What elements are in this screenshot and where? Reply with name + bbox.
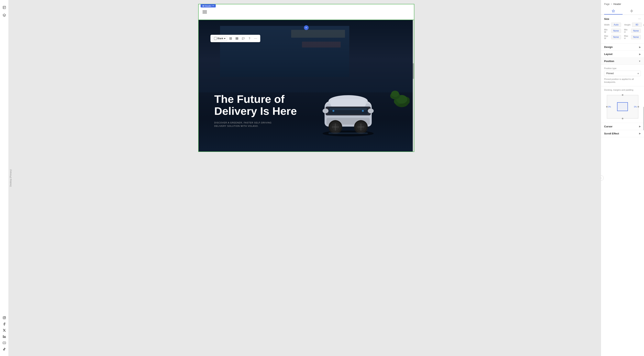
element-type-label: Blank — [218, 37, 224, 40]
canvas-scrollbar[interactable] — [413, 4, 414, 152]
maxh-value[interactable]: None — [631, 35, 641, 39]
header-badge[interactable]: ◀ Header ✏ — [200, 4, 216, 7]
hero-subtitle-line2: DELIVERY SOLUTION WITH VOLASO. — [214, 124, 297, 128]
docking-section: Docking, margins and padding 0% 0% — [601, 86, 644, 123]
size-minw-row: Min W None Min H None — [604, 28, 641, 33]
docking-diagram: 0% 0% — [604, 93, 641, 121]
svg-marker-3 — [3, 14, 6, 16]
maxw-label: Max W — [604, 35, 610, 39]
add-section-btn[interactable]: + — [304, 25, 309, 30]
svg-rect-11 — [231, 37, 232, 38]
sidebar-layers-icon[interactable] — [1, 12, 8, 19]
breadcrumb-separator: > — [611, 3, 612, 5]
layout-btn[interactable] — [234, 36, 240, 41]
cursor-section-row[interactable]: Cursor ▶ — [601, 123, 644, 130]
docking-right-value: 0% — [634, 106, 637, 108]
minw-value[interactable]: None — [611, 29, 621, 33]
help-btn[interactable]: ? — [247, 36, 252, 41]
social-facebook[interactable] — [2, 322, 6, 326]
collapse-panel-btn[interactable]: ‹ — [601, 175, 604, 181]
svg-marker-49 — [630, 10, 633, 12]
height-label: Height — [624, 23, 630, 26]
position-type-select[interactable]: Pinned — [604, 71, 641, 76]
delivery-robot — [315, 83, 382, 138]
svg-marker-9 — [4, 343, 5, 343]
left-sidebar — [0, 0, 9, 356]
svg-rect-14 — [236, 37, 238, 38]
design-section-row[interactable]: Design ▶ — [601, 44, 644, 51]
svg-rect-27 — [330, 99, 366, 107]
social-youtube[interactable] — [2, 341, 6, 345]
social-twitter-x[interactable] — [2, 328, 6, 333]
panel-header: Page > Header — [601, 0, 644, 15]
svg-rect-12 — [230, 39, 230, 39]
svg-rect-15 — [236, 38, 238, 39]
breadcrumb-parent[interactable]: Page — [604, 3, 610, 5]
size-maxw-row: Max W None Max H None — [604, 35, 641, 39]
docking-handle-right[interactable] — [638, 106, 639, 108]
social-tiktok[interactable] — [2, 347, 6, 351]
height-value[interactable]: 80 — [632, 22, 642, 27]
maxw-value[interactable]: None — [611, 35, 621, 39]
right-panel: ‹ Page > Header Size ··· — [601, 0, 644, 356]
position-type-label: Position type — [604, 67, 641, 69]
canvas-area: Desktop (Primary) ◀ Header ✏ + — [9, 0, 601, 356]
svg-rect-4 — [3, 316, 6, 319]
hero-title-line2: Delivery Is Here — [214, 105, 297, 117]
minh-value[interactable]: None — [631, 29, 641, 33]
tab-lightning[interactable] — [622, 8, 641, 14]
chat-btn[interactable] — [240, 36, 246, 41]
cursor-arrow: ▶ — [639, 125, 641, 128]
position-note: Pinned position is applied to all breakp… — [604, 78, 641, 84]
size-header: Size ··· — [604, 17, 641, 21]
docking-handle-bottom[interactable] — [622, 118, 623, 119]
social-instagram[interactable] — [2, 316, 6, 320]
position-select-wrapper: Pinned — [604, 71, 641, 76]
svg-point-5 — [4, 317, 5, 319]
more-options-btn[interactable]: ··· — [253, 36, 258, 41]
svg-point-33 — [332, 110, 334, 112]
header-badge-label: Header — [204, 5, 212, 7]
docking-inner-element — [617, 102, 628, 111]
element-type-select[interactable]: Blank ▾ — [212, 36, 227, 41]
layout-section-row[interactable]: Layout ▶ — [601, 51, 644, 58]
position-section: Position type Pinned Pinned position is … — [601, 65, 644, 86]
header-badge-edit[interactable]: ✏ — [212, 4, 214, 7]
position-arrow: ▼ — [638, 60, 641, 63]
size-width-row: Width Auto Height 80 px — [604, 22, 641, 27]
header-element[interactable]: ◀ Header ✏ — [198, 4, 414, 20]
grid-view-btn[interactable] — [228, 36, 234, 41]
docking-title: Docking, margins and padding — [604, 89, 641, 91]
svg-rect-16 — [236, 39, 238, 39]
docking-handle-left[interactable] — [606, 106, 608, 108]
svg-point-34 — [362, 110, 364, 112]
minh-label: Min H — [624, 28, 630, 33]
panel-scrollbar[interactable] — [643, 0, 644, 356]
svg-rect-10 — [230, 37, 230, 38]
maxh-label: Max H — [624, 35, 630, 39]
scroll-effect-section-row[interactable]: Scroll Effect ▶ — [601, 130, 644, 137]
size-more-btn[interactable]: ··· — [638, 17, 641, 21]
tab-design[interactable] — [604, 8, 622, 14]
panel-scrollbar-thumb[interactable] — [643, 107, 644, 130]
sidebar-top-section — [0, 2, 8, 20]
canvas-scrollbar-thumb[interactable] — [413, 63, 414, 79]
hero-title: The Future of Delivery Is Here — [214, 93, 297, 117]
scroll-effect-label: Scroll Effect — [604, 132, 619, 135]
width-value[interactable]: Auto — [611, 22, 621, 27]
width-label: Width — [604, 23, 610, 26]
sidebar-pages-icon[interactable] — [1, 4, 8, 11]
docking-handle-top[interactable] — [622, 94, 623, 96]
hero-text: The Future of Delivery Is Here DISCOVER … — [214, 93, 297, 128]
size-title: Size — [604, 17, 609, 20]
design-label: Design — [604, 45, 612, 48]
position-section-row[interactable]: Position ▼ — [601, 58, 644, 65]
hero-title-line1: The Future of — [214, 93, 297, 105]
hamburger-menu[interactable] — [202, 10, 207, 13]
svg-rect-0 — [3, 6, 6, 9]
social-linkedin[interactable] — [2, 335, 6, 339]
canvas-scroll[interactable]: ◀ Header ✏ + Blank ▾ — [9, 0, 601, 356]
docking-left-value: 0% — [608, 106, 611, 108]
position-label: Position — [604, 60, 614, 63]
cursor-label: Cursor — [604, 125, 612, 128]
